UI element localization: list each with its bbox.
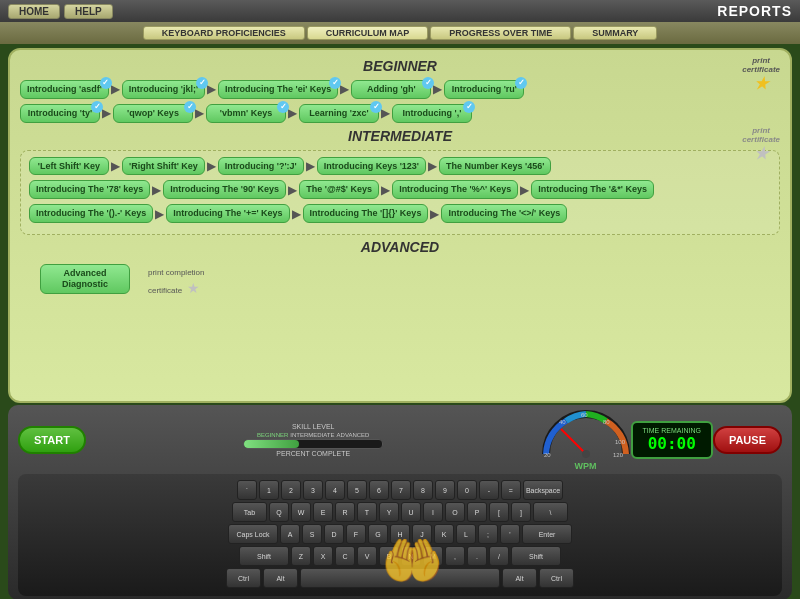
- key-space[interactable]: [300, 568, 500, 588]
- key-left-ctrl[interactable]: Ctrl: [226, 568, 261, 588]
- key-caps-lock[interactable]: Caps Lock: [228, 524, 278, 544]
- key-f[interactable]: F: [346, 524, 366, 544]
- key-h[interactable]: H: [390, 524, 410, 544]
- key-v[interactable]: V: [357, 546, 377, 566]
- lesson-at-hash[interactable]: The '@#$' Keys: [299, 180, 379, 199]
- key-8[interactable]: 8: [413, 480, 433, 500]
- lesson-asdf[interactable]: Introducing 'asdf': [20, 80, 109, 99]
- lesson-angle[interactable]: Introducing The '<>/' Keys: [441, 204, 567, 223]
- tab-curriculum-map[interactable]: CURRICULUM MAP: [307, 26, 429, 40]
- lesson-ei[interactable]: Introducing The 'ei' Keys: [218, 80, 338, 99]
- pause-button[interactable]: PAUSE: [713, 426, 782, 454]
- key-5[interactable]: 5: [347, 480, 367, 500]
- key-d[interactable]: D: [324, 524, 344, 544]
- key-m[interactable]: M: [423, 546, 443, 566]
- key-6[interactable]: 6: [369, 480, 389, 500]
- tab-progress-over-time[interactable]: PROGRESS OVER TIME: [430, 26, 571, 40]
- key-t[interactable]: T: [357, 502, 377, 522]
- lesson-123[interactable]: Introducing Keys '123': [317, 157, 426, 176]
- key-9[interactable]: 9: [435, 480, 455, 500]
- lesson-ru[interactable]: Introducing 'ru': [444, 80, 524, 99]
- lesson-right-shift[interactable]: 'Right Shift' Key: [122, 157, 205, 176]
- key-backtick[interactable]: `: [237, 480, 257, 500]
- lesson-456[interactable]: The Number Keys '456': [439, 157, 551, 176]
- arrow-icon: ▶: [340, 82, 349, 96]
- key-3[interactable]: 3: [303, 480, 323, 500]
- key-s[interactable]: S: [302, 524, 322, 544]
- lesson-plus-eq[interactable]: Introducing The '+=' Keys: [166, 204, 289, 223]
- key-lbracket[interactable]: [: [489, 502, 509, 522]
- tab-summary[interactable]: SUMMARY: [573, 26, 657, 40]
- key-tab[interactable]: Tab: [232, 502, 267, 522]
- key-backslash[interactable]: \: [533, 502, 568, 522]
- key-w[interactable]: W: [291, 502, 311, 522]
- key-u[interactable]: U: [401, 502, 421, 522]
- key-period[interactable]: .: [467, 546, 487, 566]
- key-e[interactable]: E: [313, 502, 333, 522]
- key-k[interactable]: K: [434, 524, 454, 544]
- key-minus[interactable]: -: [479, 480, 499, 500]
- lesson-question[interactable]: Introducing '?':J': [218, 157, 304, 176]
- lesson-comma[interactable]: Introducing ',': [392, 104, 472, 123]
- key-o[interactable]: O: [445, 502, 465, 522]
- intermediate-title: INTERMEDIATE printcertificate ★: [20, 128, 780, 144]
- key-semicolon[interactable]: ;: [478, 524, 498, 544]
- lesson-brackets[interactable]: Introducing The '[]{}' Keys: [303, 204, 429, 223]
- key-2[interactable]: 2: [281, 480, 301, 500]
- lesson-vbmn[interactable]: 'vbmn' Keys: [206, 104, 286, 123]
- key-enter[interactable]: Enter: [522, 524, 572, 544]
- key-right-ctrl[interactable]: Ctrl: [539, 568, 574, 588]
- key-b[interactable]: B: [379, 546, 399, 566]
- lesson-90[interactable]: Introducing The '90' Keys: [163, 180, 286, 199]
- start-button[interactable]: START: [18, 426, 86, 454]
- key-right-shift[interactable]: Shift: [511, 546, 561, 566]
- key-4[interactable]: 4: [325, 480, 345, 500]
- key-7[interactable]: 7: [391, 480, 411, 500]
- lesson-ampersand[interactable]: Introducing The '&*' Keys: [531, 180, 654, 199]
- key-rbracket[interactable]: ]: [511, 502, 531, 522]
- lesson-percent[interactable]: Introducing The '%^' Keys: [392, 180, 518, 199]
- key-l[interactable]: L: [456, 524, 476, 544]
- key-r[interactable]: R: [335, 502, 355, 522]
- lesson-advanced-diagnostic[interactable]: AdvancedDiagnostic: [40, 264, 130, 294]
- key-left-alt[interactable]: Alt: [263, 568, 298, 588]
- key-i[interactable]: I: [423, 502, 443, 522]
- key-n[interactable]: N: [401, 546, 421, 566]
- key-1[interactable]: 1: [259, 480, 279, 500]
- lesson-parens[interactable]: Introducing The '().-' Keys: [29, 204, 153, 223]
- key-c[interactable]: C: [335, 546, 355, 566]
- key-g[interactable]: G: [368, 524, 388, 544]
- key-p[interactable]: P: [467, 502, 487, 522]
- key-slash[interactable]: /: [489, 546, 509, 566]
- key-quote[interactable]: ': [500, 524, 520, 544]
- key-equals[interactable]: =: [501, 480, 521, 500]
- lesson-left-shift[interactable]: 'Left Shift' Key: [29, 157, 109, 176]
- home-button[interactable]: HOME: [8, 4, 60, 19]
- key-x[interactable]: X: [313, 546, 333, 566]
- key-right-alt[interactable]: Alt: [502, 568, 537, 588]
- key-row-asdf: Caps Lock A S D F G H J K L ; ' Enter: [24, 524, 776, 544]
- key-a[interactable]: A: [280, 524, 300, 544]
- lesson-gh[interactable]: Adding 'gh': [351, 80, 431, 99]
- key-y[interactable]: Y: [379, 502, 399, 522]
- beginner-title: BEGINNER printcertificate ★: [20, 58, 780, 74]
- lesson-ty[interactable]: Introducing 'ty': [20, 104, 100, 123]
- key-j[interactable]: J: [412, 524, 432, 544]
- key-left-shift[interactable]: Shift: [239, 546, 289, 566]
- intermediate-star-icon: ★: [742, 144, 780, 163]
- key-comma[interactable]: ,: [445, 546, 465, 566]
- lesson-qwop[interactable]: 'qwop' Keys: [113, 104, 193, 123]
- key-q[interactable]: Q: [269, 502, 289, 522]
- key-z[interactable]: Z: [291, 546, 311, 566]
- arrow-icon: ▶: [207, 159, 216, 173]
- help-button[interactable]: HELP: [64, 4, 113, 19]
- beginner-print-cert[interactable]: printcertificate ★: [742, 56, 780, 93]
- tab-keyboard-proficiencies[interactable]: KEYBOARD PROFICIENCIES: [143, 26, 305, 40]
- key-0[interactable]: 0: [457, 480, 477, 500]
- lesson-jkl[interactable]: Introducing 'jkl;': [122, 80, 205, 99]
- key-backspace[interactable]: Backspace: [523, 480, 563, 500]
- lesson-zxc[interactable]: Learning 'zxc': [299, 104, 379, 123]
- lesson-78[interactable]: Introducing The '78' keys: [29, 180, 150, 199]
- intermediate-print-cert[interactable]: printcertificate ★: [742, 126, 780, 163]
- controls-panel: START SKILL LEVEL BEGINNER INTERMEDIATE …: [8, 405, 792, 599]
